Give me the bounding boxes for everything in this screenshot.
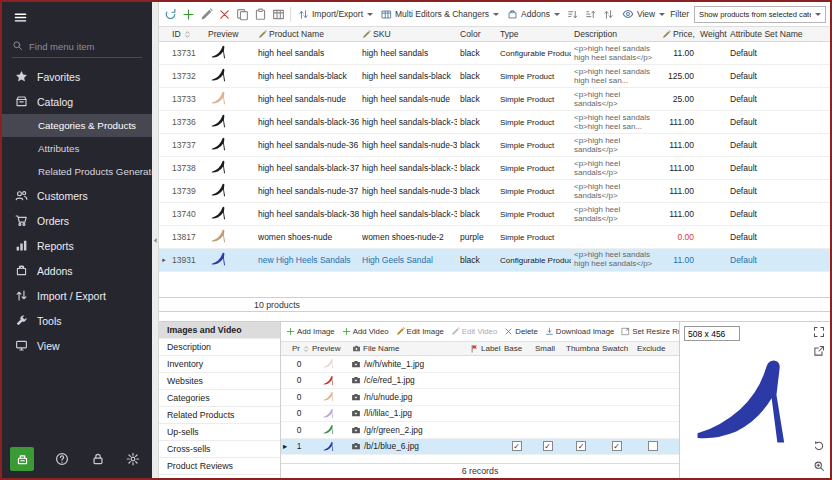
checkbox[interactable]: ✓	[576, 441, 586, 451]
tab-up-sells[interactable]: Up-sells	[159, 424, 280, 441]
sidebar-subitem-related-products-generator[interactable]: Related Products Generator	[2, 160, 152, 183]
help-button[interactable]	[55, 452, 69, 466]
image-row[interactable]: 0/l/i/lilac_1.jpg	[281, 406, 679, 423]
sidebar-item-tools[interactable]: Tools	[2, 308, 152, 333]
sidebar-subitem-attributes[interactable]: Attributes	[2, 137, 152, 160]
img-column-header-label[interactable]: Label	[467, 344, 501, 353]
add-image-button[interactable]: Add Image	[286, 327, 335, 336]
column-header-description[interactable]: Description	[571, 29, 659, 39]
product-row[interactable]: 13732high heel sandals-blackhigh heel sa…	[159, 65, 830, 88]
tab-images-and-video[interactable]: Images and Video	[159, 322, 280, 339]
edit-image-button[interactable]: Edit Image	[396, 327, 444, 336]
sidebar-search-input[interactable]: Find menu item	[12, 37, 142, 58]
sidebar-item-import-export[interactable]: Import / Export	[2, 283, 152, 308]
sidebar-item-reports[interactable]: Reports	[2, 233, 152, 258]
multi-editors-changers-dropdown[interactable]: Multi Editors & Changers	[378, 7, 502, 22]
img-column-header-pr[interactable]: Pr	[289, 344, 309, 353]
menu-icon[interactable]	[2, 2, 152, 35]
add-product-button[interactable]	[180, 5, 196, 24]
store-button[interactable]	[10, 447, 34, 471]
view-dropdown[interactable]: View	[619, 6, 668, 22]
product-row[interactable]: 13738high heel sandals-black-37high heel…	[159, 157, 830, 180]
sort-ascending-button[interactable]	[565, 5, 581, 24]
addons-dropdown[interactable]: Addons	[504, 7, 563, 22]
image-row[interactable]: 0/g/r/green_2.jpg	[281, 422, 679, 439]
copy-button[interactable]	[234, 5, 250, 24]
column-header-price[interactable]: Price,	[659, 29, 697, 39]
img-column-header-thumbna[interactable]: Thumbna	[563, 344, 599, 353]
sidebar-item-view[interactable]: View	[2, 333, 152, 358]
settings-button[interactable]	[126, 452, 140, 466]
product-row[interactable]: 13739high heel sandals-nude-37high heel …	[159, 180, 830, 203]
delete-button[interactable]: Delete	[504, 327, 538, 336]
category-filter-select[interactable]: Show products from selected categories	[694, 6, 826, 23]
column-header-id[interactable]: ID	[169, 29, 205, 39]
product-row[interactable]: 13733high heel sandals-nudehigh heel san…	[159, 88, 830, 111]
open-external-button[interactable]	[813, 345, 825, 357]
sidebar-item-catalog[interactable]: Catalog	[2, 89, 152, 114]
img-column-header-swatch[interactable]: Swatch	[599, 344, 634, 353]
sidebar-item-favorites[interactable]: Favorites	[2, 64, 152, 89]
sidebar-item-customers[interactable]: Customers	[2, 183, 152, 208]
tab-inventory[interactable]: Inventory	[159, 356, 280, 373]
product-row[interactable]: 13736high heel sandals-black-36high heel…	[159, 111, 830, 134]
product-row[interactable]: 13817women shoes-nudewomen shoes-nude-2p…	[159, 226, 830, 249]
image-row[interactable]: 0/n/u/nude.jpg	[281, 389, 679, 406]
checkbox[interactable]: ✓	[512, 441, 522, 451]
column-transfer-button[interactable]	[601, 5, 617, 24]
sort-descending-button[interactable]	[583, 5, 599, 24]
columns-button[interactable]	[270, 5, 286, 24]
set-resize-rule-button[interactable]: Set Resize Rule	[621, 327, 679, 336]
fullscreen-button[interactable]	[813, 326, 825, 338]
lock-button[interactable]	[91, 452, 105, 466]
image-row[interactable]: ▸1/b/1/blue_6.jpg✓✓✓✓	[281, 439, 679, 456]
product-row[interactable]: 13731high heel sandalshigh heel sandalsb…	[159, 42, 830, 65]
product-row[interactable]: 13740high heel sandals-black-38high heel…	[159, 203, 830, 226]
tab-description[interactable]: Description	[159, 339, 280, 356]
tab-related-products[interactable]: Related Products	[159, 407, 280, 424]
checkbox[interactable]: ✓	[612, 441, 622, 451]
delete-product-button[interactable]	[216, 5, 232, 24]
img-column-header-file-name[interactable]: File Name	[349, 344, 467, 353]
sidebar-item-addons[interactable]: Addons	[2, 258, 152, 283]
checkbox[interactable]	[648, 441, 658, 451]
column-header-preview[interactable]: Preview	[205, 29, 255, 39]
chevron-down-icon	[659, 13, 665, 16]
product-row[interactable]: ▸13931new High Heels SandalsHigh Geels S…	[159, 249, 830, 272]
cart-icon	[15, 214, 28, 227]
column-header-color[interactable]: Color	[457, 29, 497, 39]
img-column-header-small[interactable]: Small	[532, 344, 563, 353]
column-header-attribute-set-name[interactable]: Attribute Set Name	[727, 29, 830, 39]
sidebar-splitter[interactable]	[152, 2, 159, 478]
column-header-product-name[interactable]: Product Name	[255, 29, 359, 39]
tab-product-reviews[interactable]: Product Reviews	[159, 458, 280, 475]
sidebar-item-orders[interactable]: Orders	[2, 208, 152, 233]
edit-video-button[interactable]: Edit Video	[451, 327, 497, 336]
tab-categories[interactable]: Categories	[159, 390, 280, 407]
import-export-dropdown[interactable]: Import/Export	[295, 7, 376, 22]
download-image-button[interactable]: Download Image	[545, 327, 615, 336]
rotate-button[interactable]	[813, 440, 825, 452]
image-row[interactable]: 0/w/h/white_1.jpg	[281, 356, 679, 373]
add-video-button[interactable]: Add Video	[342, 327, 389, 336]
filters-dropdown[interactable]: Filters	[828, 7, 830, 21]
product-thumbnail	[321, 390, 338, 403]
image-size-input[interactable]	[684, 326, 740, 341]
img-column-header-base[interactable]: Base	[501, 344, 532, 353]
img-column-header-preview[interactable]: Preview	[309, 344, 349, 353]
column-header-weight[interactable]: Weight	[697, 29, 727, 39]
cell-price: 111.00	[659, 186, 697, 196]
product-row[interactable]: 13737high heel sandals-nude-36high heel …	[159, 134, 830, 157]
tab-websites[interactable]: Websites	[159, 373, 280, 390]
img-column-header-exclude[interactable]: Exclude	[634, 344, 672, 353]
column-header-sku[interactable]: SKU	[359, 29, 457, 39]
sidebar-subitem-categories-products[interactable]: Categories & Products	[2, 114, 152, 137]
refresh-button[interactable]	[162, 5, 178, 24]
checkbox[interactable]: ✓	[543, 441, 553, 451]
image-row[interactable]: 0/c/e/red_1.jpg	[281, 373, 679, 390]
paste-button[interactable]	[252, 5, 268, 24]
column-header-type[interactable]: Type	[497, 29, 571, 39]
edit-product-button[interactable]	[198, 5, 214, 24]
zoom-button[interactable]	[813, 460, 825, 472]
tab-cross-sells[interactable]: Cross-sells	[159, 441, 280, 458]
